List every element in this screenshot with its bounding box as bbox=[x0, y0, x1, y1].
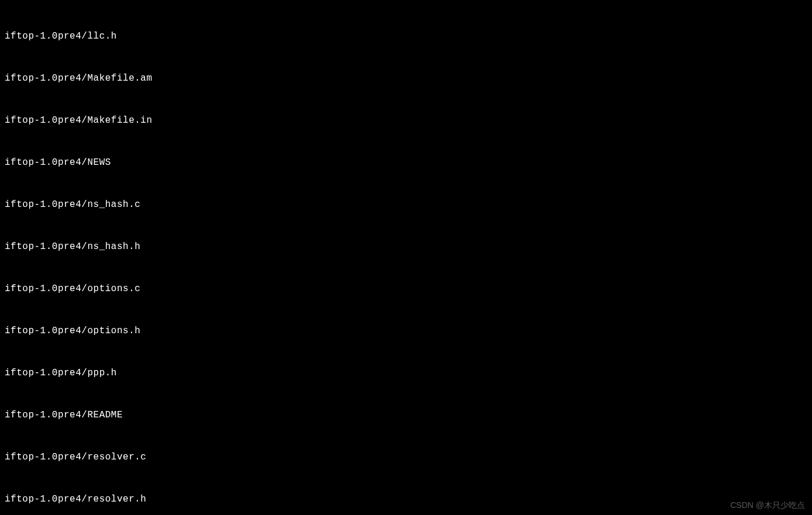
terminal-line: iftop-1.0pre4/llc.h bbox=[5, 29, 807, 43]
watermark-text: CSDN @木只少吃点 bbox=[730, 499, 805, 511]
terminal-line: iftop-1.0pre4/resolver.c bbox=[5, 450, 807, 464]
terminal-line: iftop-1.0pre4/README bbox=[5, 408, 807, 422]
terminal-output[interactable]: iftop-1.0pre4/llc.h iftop-1.0pre4/Makefi… bbox=[5, 1, 807, 515]
terminal-line: iftop-1.0pre4/resolver.h bbox=[5, 492, 807, 506]
terminal-line: iftop-1.0pre4/Makefile.in bbox=[5, 113, 807, 127]
terminal-line: iftop-1.0pre4/ns_hash.c bbox=[5, 198, 807, 212]
terminal-line: iftop-1.0pre4/options.h bbox=[5, 324, 807, 338]
terminal-line: iftop-1.0pre4/Makefile.am bbox=[5, 71, 807, 85]
terminal-line: iftop-1.0pre4/ns_hash.h bbox=[5, 240, 807, 254]
terminal-line: iftop-1.0pre4/NEWS bbox=[5, 155, 807, 170]
terminal-line: iftop-1.0pre4/ppp.h bbox=[5, 366, 807, 380]
terminal-line: iftop-1.0pre4/options.c bbox=[5, 282, 807, 296]
